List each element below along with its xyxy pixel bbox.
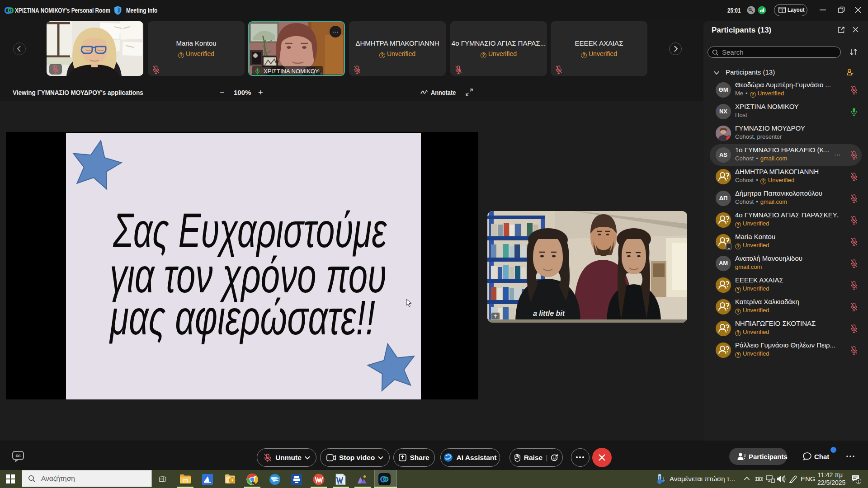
svg-text:a little bit: a little bit (533, 310, 565, 317)
svg-text:cc: cc (15, 453, 21, 458)
svg-text:μας αφιερώσατε!!: μας αφιερώσατε!! (109, 290, 375, 345)
svg-text:1: 1 (857, 479, 859, 484)
